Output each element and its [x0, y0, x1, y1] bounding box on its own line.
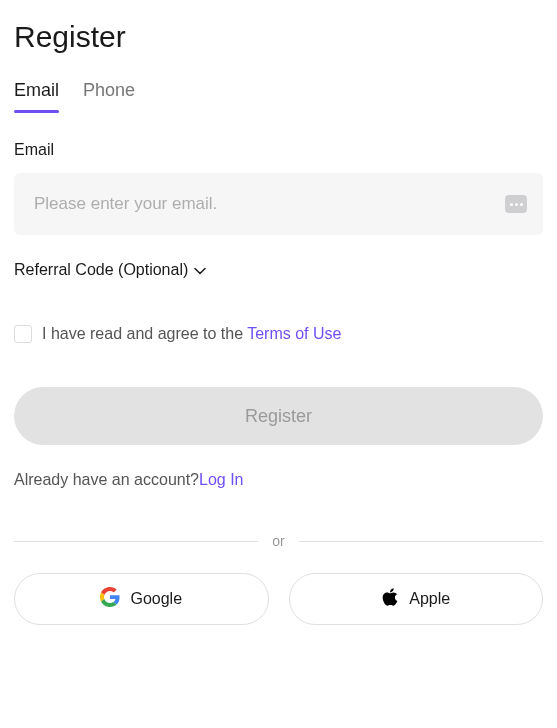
divider-line-left — [14, 541, 258, 542]
divider-line-right — [299, 541, 543, 542]
apple-icon — [381, 587, 399, 611]
google-label: Google — [130, 590, 182, 608]
social-divider: or — [14, 533, 543, 549]
referral-toggle[interactable]: Referral Code (Optional) — [14, 261, 543, 279]
register-button[interactable]: Register — [14, 387, 543, 445]
password-manager-icon[interactable] — [505, 195, 527, 213]
chevron-down-icon — [194, 261, 206, 279]
divider-text: or — [258, 533, 298, 549]
email-input-wrap — [14, 173, 543, 235]
apple-button[interactable]: Apple — [289, 573, 544, 625]
google-button[interactable]: Google — [14, 573, 269, 625]
social-buttons: Google Apple — [14, 573, 543, 625]
google-icon — [100, 587, 120, 611]
apple-label: Apple — [409, 590, 450, 608]
login-link[interactable]: Log In — [199, 471, 243, 488]
login-prompt: Already have an account? — [14, 471, 199, 488]
login-prompt-row: Already have an account?Log In — [14, 471, 543, 489]
auth-tabs: Email Phone — [14, 80, 543, 111]
terms-text: I have read and agree to the — [42, 325, 247, 342]
email-field[interactable] — [14, 173, 543, 235]
terms-checkbox[interactable] — [14, 325, 32, 343]
terms-row: I have read and agree to the Terms of Us… — [14, 325, 543, 343]
page-title: Register — [14, 20, 543, 54]
tab-email[interactable]: Email — [14, 80, 59, 111]
tab-phone[interactable]: Phone — [83, 80, 135, 111]
referral-label: Referral Code (Optional) — [14, 261, 188, 279]
email-label: Email — [14, 141, 543, 159]
terms-link[interactable]: Terms of Use — [247, 325, 341, 342]
